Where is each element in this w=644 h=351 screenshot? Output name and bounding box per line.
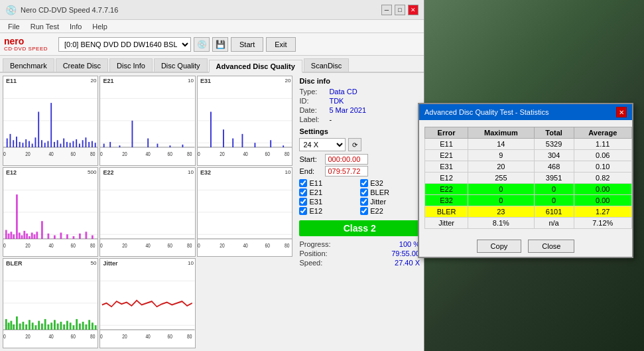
disc-info-date-row: Date: 5 Mar 2021 [299, 106, 420, 114]
svg-rect-22 [60, 144, 61, 147]
svg-rect-81 [19, 232, 21, 238]
svg-text:20: 20 [220, 151, 225, 157]
svg-rect-12 [29, 141, 30, 147]
table-row: E22 0 0 0.00 [425, 184, 632, 195]
svg-rect-85 [29, 236, 31, 239]
svg-rect-135 [34, 326, 36, 330]
svg-text:40: 40 [146, 334, 151, 340]
drive-select[interactable]: [0:0] BENQ DVD DD DW1640 BSLB [58, 37, 191, 52]
checkbox-e22[interactable] [360, 207, 368, 215]
svg-text:80: 80 [188, 334, 193, 340]
close-button[interactable]: ✕ [408, 5, 419, 15]
svg-rect-90 [47, 234, 49, 239]
check-e12-label: E12 [309, 207, 322, 215]
svg-rect-13 [32, 144, 33, 147]
maximize-button[interactable]: □ [395, 5, 405, 15]
menu-info[interactable]: Info [64, 22, 87, 31]
save-icon-button[interactable]: 💾 [212, 37, 228, 52]
svg-text:60: 60 [265, 242, 271, 249]
svg-text:0: 0 [100, 334, 103, 340]
svg-rect-95 [79, 234, 81, 239]
app-icon: 💿 [5, 5, 17, 15]
svg-rect-63 [241, 134, 243, 147]
menu-help[interactable]: Help [87, 22, 113, 31]
svg-text:0: 0 [3, 334, 6, 340]
close-button[interactable]: Close [528, 240, 574, 253]
svg-rect-80 [16, 194, 18, 239]
check-jitter-label: Jitter [370, 198, 386, 206]
refresh-button[interactable]: ⟳ [348, 138, 361, 151]
svg-rect-48 [157, 144, 159, 147]
disc-info-date-key: Date: [299, 106, 329, 114]
svg-rect-47 [148, 139, 149, 147]
svg-text:40: 40 [243, 151, 248, 157]
chart-e31-label: E31 [200, 78, 211, 84]
app-title: Nero CD-DVD Speed 4.7.7.16 [21, 6, 118, 14]
menu-file[interactable]: File [3, 22, 25, 31]
checkbox-bler[interactable] [360, 188, 368, 196]
row-jitter-avg: 7.12% [574, 218, 631, 229]
row-e22-max: 0 [468, 184, 534, 195]
checkbox-e31[interactable] [299, 198, 307, 206]
row-e22-error: E22 [425, 184, 468, 195]
row-e31-avg: 0.10 [574, 161, 631, 173]
chart-jitter-ymax: 10 [188, 260, 194, 266]
svg-text:60: 60 [168, 242, 173, 249]
svg-rect-87 [34, 234, 36, 239]
svg-rect-96 [85, 232, 87, 239]
svg-rect-64 [254, 143, 255, 147]
chart-e11: E11 20 [3, 76, 98, 166]
table-row: E12 255 3951 0.82 [425, 173, 632, 184]
checkbox-jitter[interactable] [360, 198, 368, 206]
svg-rect-93 [66, 234, 68, 239]
tab-benchmark[interactable]: Benchmark [3, 58, 54, 72]
checkbox-e32[interactable] [360, 179, 368, 187]
svg-rect-32 [92, 141, 93, 147]
svg-rect-17 [44, 143, 46, 147]
svg-text:20: 20 [25, 242, 31, 249]
menu-run-test[interactable]: Run Test [25, 22, 64, 31]
svg-rect-143 [60, 322, 62, 330]
svg-rect-130 [19, 324, 21, 330]
title-bar: 💿 Nero CD-DVD Speed 4.7.7.16 ─ □ ✕ [0, 0, 424, 20]
tab-advanced-disc-quality[interactable]: Advanced Disc Quality [209, 60, 302, 73]
svg-rect-27 [76, 139, 77, 147]
copy-button[interactable]: Copy [477, 240, 522, 253]
end-label: End: [299, 167, 322, 175]
tab-create-disc[interactable]: Create Disc [56, 58, 108, 72]
disc-info-id-row: ID: TDK [299, 97, 420, 105]
tab-disc-info[interactable]: Disc Info [109, 58, 153, 72]
checkbox-e12[interactable] [299, 207, 307, 215]
speed-select[interactable]: 24 X [299, 138, 346, 151]
minimize-button[interactable]: ─ [381, 5, 392, 15]
svg-rect-79 [13, 234, 15, 239]
chart-bler: BLER 50 [3, 258, 98, 348]
table-row: E11 14 5329 1.11 [425, 139, 632, 150]
svg-text:80: 80 [188, 242, 193, 249]
svg-rect-76 [5, 230, 7, 238]
svg-rect-61 [223, 129, 224, 147]
progress-value: 100 % [399, 240, 420, 248]
svg-text:40: 40 [48, 334, 54, 340]
svg-rect-153 [92, 323, 94, 330]
svg-rect-15 [38, 111, 39, 147]
svg-text:80: 80 [188, 151, 193, 157]
progress-label: Progress: [299, 240, 330, 248]
check-e22-label: E22 [370, 207, 383, 215]
svg-rect-9 [19, 142, 21, 147]
disc-icon-button[interactable]: 💿 [194, 37, 210, 52]
start-button[interactable]: Start [231, 37, 263, 52]
svg-rect-150 [82, 322, 84, 330]
stats-close-x-button[interactable]: ✕ [616, 107, 627, 117]
table-row: E32 0 0 0.00 [425, 195, 632, 206]
tab-scan-disc[interactable]: ScanDisc [304, 58, 349, 72]
exit-button[interactable]: Exit [266, 37, 295, 52]
svg-rect-140 [50, 323, 52, 330]
svg-rect-19 [50, 103, 52, 147]
checkbox-e11[interactable] [299, 179, 307, 187]
checkbox-e21[interactable] [299, 188, 307, 196]
tab-disc-quality[interactable]: Disc Quality [154, 58, 208, 72]
svg-rect-126 [8, 323, 10, 330]
disc-info-label-val: - [329, 115, 332, 123]
chart-e11-label: E11 [6, 78, 17, 84]
